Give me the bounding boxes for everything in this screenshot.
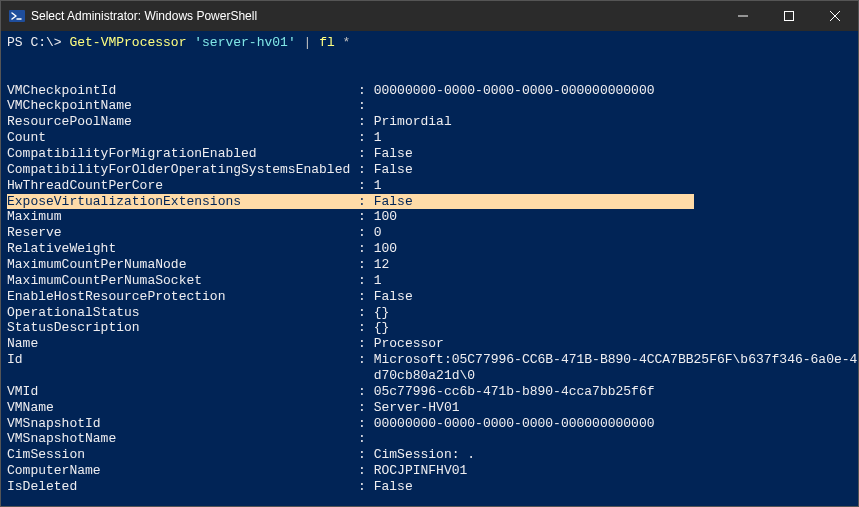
prompt: PS C:\> [7, 35, 62, 50]
val-compatmigration: False [374, 146, 413, 161]
val-compatolder: False [374, 162, 413, 177]
highlighted-row: ExposeVirtualizationExtensions : False [7, 194, 694, 209]
val-maxnumanode: 12 [374, 257, 390, 272]
val-maximum: 100 [374, 209, 397, 224]
cmd1-arg: 'server-hv01' [194, 35, 295, 50]
val-maxnumasocket: 1 [374, 273, 382, 288]
val-name: Processor [374, 336, 444, 351]
svg-rect-3 [785, 12, 794, 21]
val-resourcepoolname: Primordial [374, 114, 452, 129]
val-exposevirt: False [374, 194, 413, 209]
val-id1: Microsoft:05C77996-CC6B-471B-B890-4CCA7B… [374, 352, 858, 367]
val-relativeweight: 100 [374, 241, 397, 256]
maximize-button[interactable] [766, 1, 812, 31]
val-vmcheckpointid: 00000000-0000-0000-0000-000000000000 [374, 83, 655, 98]
window-controls [720, 1, 858, 31]
val-vmid: 05c77996-cc6b-471b-b890-4cca7bb25f6f [374, 384, 655, 399]
val-computername: ROCJPINFHV01 [374, 463, 468, 478]
val-vmsnapshotid: 00000000-0000-0000-0000-000000000000 [374, 416, 655, 431]
powershell-window: Select Administrator: Windows PowerShell… [0, 0, 859, 507]
cmd1-fl: fl [319, 35, 335, 50]
val-statusdesc: {} [374, 320, 390, 335]
terminal-output[interactable]: PS C:\> Get-VMProcessor 'server-hv01' | … [1, 31, 858, 506]
pipe: | [304, 35, 312, 50]
val-reserve: 0 [374, 225, 382, 240]
val-opstatus: {} [374, 305, 390, 320]
val-vmname: Server-HV01 [374, 400, 460, 415]
powershell-icon [9, 8, 25, 24]
val-isdeleted: False [374, 479, 413, 494]
titlebar[interactable]: Select Administrator: Windows PowerShell [1, 1, 858, 31]
val-id2: d70cb80a21d\0 [374, 368, 475, 383]
window-title: Select Administrator: Windows PowerShell [31, 9, 720, 23]
svg-rect-0 [9, 10, 25, 22]
val-cimsession: CimSession: . [374, 447, 475, 462]
close-button[interactable] [812, 1, 858, 31]
cmd1-star: * [343, 35, 351, 50]
val-count: 1 [374, 130, 382, 145]
minimize-button[interactable] [720, 1, 766, 31]
val-enablehost: False [374, 289, 413, 304]
cmdlet-get: Get-VMProcessor [69, 35, 186, 50]
val-hwthread: 1 [374, 178, 382, 193]
